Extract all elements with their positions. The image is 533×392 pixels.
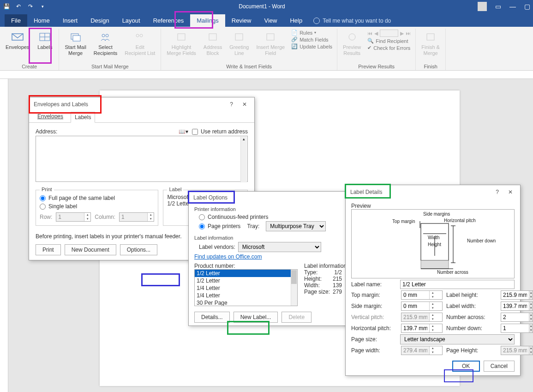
numacross-label: Number across: xyxy=(446,314,497,320)
undo-icon[interactable]: ↶ xyxy=(15,3,22,10)
delete-button: Delete xyxy=(281,312,311,323)
close-icon[interactable]: ✕ xyxy=(240,100,250,109)
tab-layout[interactable]: Layout xyxy=(116,14,147,27)
options-button[interactable]: Options... xyxy=(120,244,157,255)
use-return-address-checkbox[interactable]: Use return address xyxy=(192,127,248,136)
pagewidth-spinner: ▴▾ xyxy=(401,346,443,355)
width-value: 139 xyxy=(333,282,342,289)
numacross-spinner[interactable]: ▴▾ xyxy=(501,313,533,322)
horizontal-ruler xyxy=(0,71,533,79)
topmargin-spinner[interactable]: ▴▾ xyxy=(401,290,443,300)
list-item[interactable]: 1/4 Letter xyxy=(195,292,297,299)
sidemargin-spinner[interactable]: ▴▾ xyxy=(401,302,443,311)
find-recipient-label: Find Recipient xyxy=(376,38,408,44)
address-book-icon[interactable]: 📖▾ xyxy=(179,128,188,135)
help-icon[interactable]: ? xyxy=(230,101,233,108)
pagesize-select[interactable]: Letter landscape xyxy=(400,334,515,344)
labelheight-spinner[interactable]: ▴▾ xyxy=(501,290,533,300)
tab-review[interactable]: Review xyxy=(225,14,258,27)
labels-button[interactable]: Labels xyxy=(34,29,56,52)
start-mail-merge-button[interactable]: Start Mail Merge xyxy=(62,29,89,58)
qat-dropdown-icon[interactable]: ▾ xyxy=(39,3,46,10)
tab-design[interactable]: Design xyxy=(84,14,115,27)
maximize-icon[interactable]: ▢ xyxy=(524,3,530,10)
tray-select[interactable]: Multipurpose Tray xyxy=(266,221,326,231)
ribbon-group-startmerge: Start Mail Merge Select Recipients Edit … xyxy=(59,29,161,70)
address-textarea[interactable] xyxy=(36,136,248,182)
listbox-scrollbar[interactable] xyxy=(291,270,297,306)
vendors-select[interactable]: Microsoft xyxy=(238,242,321,252)
select-recipients-label: Select Recipients xyxy=(94,44,117,56)
ok-button[interactable]: OK xyxy=(452,361,480,372)
tab-envelopes[interactable]: Envelopes xyxy=(34,111,67,122)
options-dialog-title: Label Options xyxy=(193,194,228,201)
list-item[interactable]: 1/2 Letter xyxy=(195,277,297,284)
preview-diagram: Side margins Top margin Horizontal pitch… xyxy=(351,209,515,278)
envelopes-label: Envelopes xyxy=(6,44,29,50)
list-item[interactable]: 1/2 Letter xyxy=(195,270,297,277)
details-button[interactable]: Details... xyxy=(194,312,230,323)
tab-help[interactable]: Help xyxy=(283,14,309,27)
print-button[interactable]: Print xyxy=(36,244,61,255)
tab-home[interactable]: Home xyxy=(27,14,56,27)
numdown-label: Number down: xyxy=(446,325,497,332)
tab-view[interactable]: View xyxy=(258,14,283,27)
edit-recipient-list-button: Edit Recipient List xyxy=(122,29,158,58)
tray-label: Tray: xyxy=(247,223,259,229)
envelopes-button[interactable]: Envelopes xyxy=(3,29,32,52)
tab-labels[interactable]: Labels xyxy=(71,112,95,123)
labelname-input[interactable] xyxy=(400,280,515,289)
new-document-button[interactable]: New Document xyxy=(65,244,116,255)
redo-icon[interactable]: ↷ xyxy=(27,3,34,10)
preview-label: Preview xyxy=(351,203,515,209)
address-block-icon xyxy=(206,30,219,43)
new-label-button[interactable]: New Label... xyxy=(234,312,278,323)
greeting-icon xyxy=(233,30,246,43)
finish-merge-button: Finish & Merge xyxy=(419,29,443,58)
address-block-label: Address Block xyxy=(204,44,222,56)
page-printers-radio[interactable]: Page printers xyxy=(199,222,240,230)
hpitch-spinner[interactable]: ▴▾ xyxy=(401,324,443,333)
pagewidth-label: Page width: xyxy=(351,347,397,354)
tab-insert[interactable]: Insert xyxy=(56,14,84,27)
tab-mailings[interactable]: Mailings xyxy=(190,14,225,27)
insert-field-label: Insert Merge Field xyxy=(256,44,285,56)
rules-icon: 📄 xyxy=(291,30,298,36)
insert-field-icon xyxy=(264,30,277,43)
close-icon[interactable]: ✕ xyxy=(505,188,515,196)
product-number-label: Product number: xyxy=(194,263,298,269)
minimize-icon[interactable]: — xyxy=(509,3,516,10)
group-label-create: Create xyxy=(22,63,37,70)
user-avatar-icon[interactable] xyxy=(478,2,487,11)
tab-references[interactable]: References xyxy=(147,14,190,27)
single-label-radio[interactable]: Single label xyxy=(40,202,154,211)
last-record-icon: ⏭ xyxy=(406,30,411,36)
edit-list-icon xyxy=(133,30,146,43)
list-item[interactable]: 1/4 Letter xyxy=(195,284,297,292)
column-spinner: ▴▾ xyxy=(119,212,154,222)
type-value: 1/2 xyxy=(334,269,342,276)
match-fields-icon: 🔗 xyxy=(291,36,298,42)
list-item[interactable]: 30 Per Page xyxy=(195,299,297,306)
type-label: Type: xyxy=(304,269,317,276)
pagesize-value: 279 xyxy=(333,289,342,295)
save-icon[interactable]: 💾 xyxy=(3,3,10,10)
height-label: Height: xyxy=(304,276,322,282)
help-icon[interactable]: ? xyxy=(496,189,499,195)
width-label: Width: xyxy=(304,282,320,289)
textarea-scrollbar[interactable]: ▴ xyxy=(240,137,247,182)
product-listbox[interactable]: 1/2 Letter 1/2 Letter 1/4 Letter 1/4 Let… xyxy=(194,269,298,306)
select-recipients-button[interactable]: Select Recipients xyxy=(91,29,120,58)
label-group-label: Label xyxy=(167,187,183,192)
continuous-feed-radio[interactable]: Continuous-feed printers xyxy=(199,213,342,221)
find-updates-link[interactable]: Find updates on Office.com xyxy=(194,253,262,260)
full-page-radio[interactable]: Full page of the same label xyxy=(40,194,154,202)
tab-file[interactable]: File xyxy=(5,14,27,27)
ribbon-display-icon[interactable]: ▭ xyxy=(495,3,501,10)
tell-me[interactable]: Tell me what you want to do xyxy=(309,15,395,27)
numdown-spinner[interactable]: ▴▾ xyxy=(501,324,533,333)
svg-point-7 xyxy=(106,34,108,37)
cancel-button[interactable]: Cancel xyxy=(484,361,515,372)
labelwidth-spinner[interactable]: ▴▾ xyxy=(501,302,533,311)
page-printers-label: Page printers xyxy=(208,223,240,229)
